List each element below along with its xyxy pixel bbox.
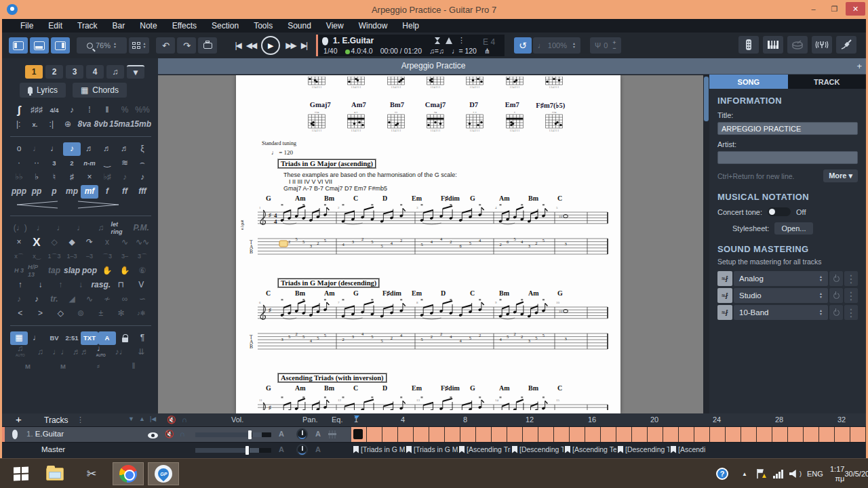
palette-item[interactable]: ♭♯	[98, 171, 116, 184]
section-title[interactable]: Ascending Triads (with inversion)	[278, 373, 387, 382]
palette-item[interactable]: tap	[45, 264, 63, 278]
palette-item[interactable]: ♩	[71, 222, 91, 235]
menu-track[interactable]: Track	[71, 20, 104, 32]
tuner-button[interactable]	[812, 36, 832, 54]
palette-item[interactable]: 3⌒	[134, 250, 151, 264]
language-indicator[interactable]: ENG	[807, 459, 823, 488]
track-display[interactable]: 1. E.Guitar ⋮ E 4 1/40 4.0:4.0 00:00 / 0…	[316, 35, 505, 56]
section-marker[interactable]: [Triads in G Majo...	[353, 445, 405, 453]
palette-item[interactable]: x‿	[28, 250, 45, 264]
section-marker[interactable]: [Ascending Triad...	[459, 445, 511, 453]
palette-item[interactable]: ♩	[50, 222, 71, 235]
palette-item[interactable]: ♭♭	[10, 171, 28, 184]
palette-item[interactable]: :|	[43, 118, 60, 131]
tab-staff[interactable]: TAB32553254325542544265426543253	[241, 235, 613, 264]
palette-item[interactable]: ppp	[10, 185, 28, 199]
palette-item[interactable]: >	[31, 307, 51, 321]
palette-item[interactable]: ≋	[116, 157, 134, 170]
palette-item[interactable]: ¶	[134, 331, 151, 345]
section-marker[interactable]: [Ascending Tetra...	[565, 445, 616, 453]
score-scrollbar[interactable]	[703, 75, 709, 413]
line-in-button[interactable]	[836, 36, 856, 54]
mastering-preset-select[interactable]: Studio▲▼	[734, 288, 828, 303]
timeline-bar-cell[interactable]	[460, 427, 476, 442]
menu-bar[interactable]: Bar	[106, 20, 132, 32]
lock-icon[interactable]	[116, 331, 134, 345]
timeline-bar-cell[interactable]	[429, 427, 445, 442]
palette-item[interactable]: 3–	[116, 250, 134, 264]
timeline-bar-cell[interactable]	[819, 427, 835, 442]
palette-item[interactable]: 15mb	[130, 118, 151, 131]
palette-item[interactable]: pp	[28, 185, 45, 199]
timeline-bar-cell[interactable]	[772, 427, 788, 442]
palette-item[interactable]: ⸗	[81, 360, 116, 373]
slot-menu-icon[interactable]: ⋮	[844, 271, 858, 286]
tray-expand-icon[interactable]: ▲	[742, 459, 747, 488]
palette-item[interactable]: ✻	[111, 307, 132, 321]
score-scrollbar-thumb[interactable]	[704, 77, 709, 121]
power-icon[interactable]	[829, 288, 843, 303]
standard-staff[interactable]: 789106♯10	[241, 296, 613, 333]
page-arrangement-control[interactable]: ▲▼	[129, 37, 149, 54]
stylesheet-open-button[interactable]: Open...	[774, 222, 812, 235]
palette-item[interactable]: 1–3	[63, 250, 81, 264]
palette-item[interactable]: mf	[81, 185, 98, 199]
timeline-bar-cell[interactable]	[850, 427, 866, 442]
master-pan-knob[interactable]	[296, 444, 308, 455]
palette-item[interactable]: ♩♩	[50, 346, 71, 359]
tab-staff[interactable]: TAB35254552345524522445245223553	[241, 330, 613, 359]
palette-item[interactable]: H/P 13	[28, 264, 45, 278]
section-title[interactable]: Triads in G Major (descending)	[278, 279, 379, 287]
timeline-bar-cell[interactable]	[757, 427, 772, 442]
solo-headphones-icon[interactable]: ∩	[180, 430, 185, 438]
palette-item[interactable]: ↑	[50, 279, 71, 292]
palette-item[interactable]: 3	[45, 157, 63, 170]
palette-item[interactable]: x.	[26, 118, 43, 131]
action-center-icon[interactable]	[755, 459, 766, 488]
concert-tone-toggle[interactable]	[768, 207, 791, 216]
standard-staff[interactable]: 23451♯4410	[241, 201, 613, 238]
palette-item[interactable]: ♬	[98, 142, 116, 156]
voice-notes-icon[interactable]: ♫	[106, 65, 124, 79]
score-page[interactable]: 1 3 4 2 1 11 3 4 2 1 11 3 4 2 1 11 3 4 2…	[236, 75, 620, 413]
palette-item[interactable]: ··	[28, 157, 45, 170]
layout-vertical-button[interactable]	[51, 37, 70, 54]
palette-item[interactable]: x	[98, 236, 116, 249]
palette-item[interactable]: ⌢	[134, 157, 151, 170]
palette-item[interactable]: ◢	[63, 293, 81, 306]
tab-track[interactable]: TRACK	[788, 75, 867, 89]
timeline-bar-cell[interactable]	[554, 427, 570, 442]
menu-sound[interactable]: Sound	[281, 20, 317, 32]
palette-item[interactable]: ♭	[28, 171, 45, 184]
voice-4-button[interactable]: 4	[86, 65, 104, 79]
palette-item[interactable]: n-m	[81, 157, 98, 170]
master-volume-slider[interactable]	[195, 448, 271, 453]
add-tab-button[interactable]: +	[856, 61, 862, 71]
track-display-menu-icon[interactable]: ⋮	[458, 36, 465, 45]
more-button[interactable]: More ▾	[823, 169, 858, 182]
palette-item[interactable]: ♯	[63, 171, 81, 184]
palette-item[interactable]: f	[98, 185, 116, 199]
layout-page-button[interactable]	[9, 37, 28, 54]
timeline-bar-cell[interactable]	[382, 427, 398, 442]
volume-slider[interactable]	[195, 432, 271, 437]
follow-icon[interactable]: |◀	[150, 415, 156, 422]
timeline-bar-cell[interactable]	[679, 427, 694, 442]
title-field[interactable]: ARPEGGIO PRACTICE	[717, 122, 858, 135]
mastering-preset-select[interactable]: Analog▲▼	[734, 271, 828, 286]
timeline-bar-cell[interactable]	[507, 427, 523, 442]
timeline-bar-cell[interactable]	[367, 427, 382, 442]
section-title[interactable]: Triads in G Major (ascending)	[278, 159, 376, 168]
palette-item[interactable]: H 3	[10, 264, 28, 278]
palette-item[interactable]: ∿	[81, 293, 98, 306]
lyrics-button[interactable]: Lyrics	[20, 83, 66, 98]
clock[interactable]: 1:17 πμ 30/5/2024	[830, 459, 868, 488]
palette-item[interactable]: –3	[81, 250, 98, 264]
palette-item[interactable]: 2	[63, 157, 81, 170]
timeline-bar-cell[interactable]	[741, 427, 757, 442]
palette-item[interactable]: ✋	[98, 264, 116, 278]
palette-item[interactable]: pop	[81, 264, 98, 278]
palette-item[interactable]: mp	[63, 185, 81, 199]
network-icon[interactable]	[773, 459, 783, 488]
menu-view[interactable]: View	[320, 20, 350, 32]
